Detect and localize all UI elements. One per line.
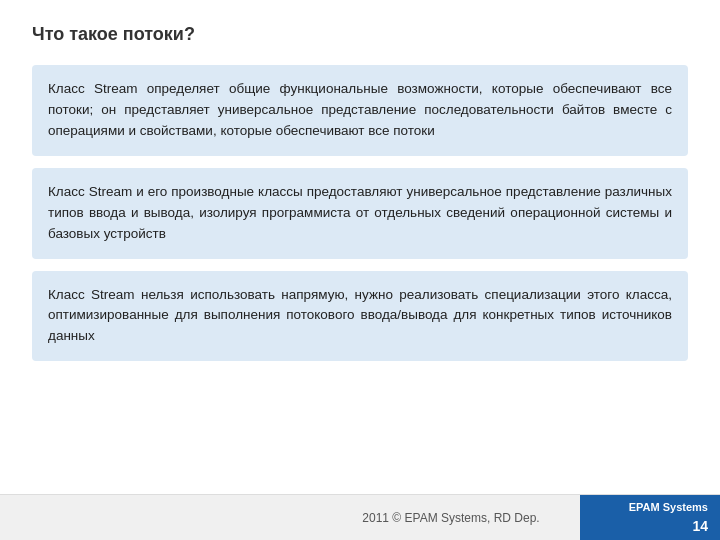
footer-brand-section: EPAM Systems 14 [580,495,720,540]
slide-footer: 2011 © EPAM Systems, RD Dep. EPAM System… [0,494,720,540]
slide: Что такое потоки? Класс Stream определяе… [0,0,720,540]
footer-copyright: 2011 © EPAM Systems, RD Dep. [362,511,539,525]
block-1-text: Класс Stream определяет общие функционал… [48,81,672,138]
info-block-1: Класс Stream определяет общие функционал… [32,65,688,156]
footer-center: 2011 © EPAM Systems, RD Dep. [322,495,580,540]
footer-page-number: 14 [580,516,720,540]
info-block-3: Класс Stream нельзя использовать напряму… [32,271,688,362]
footer-left [0,495,322,540]
block-3-text: Класс Stream нельзя использовать напряму… [48,287,672,344]
info-block-2: Класс Stream и его производные классы пр… [32,168,688,259]
slide-content: Что такое потоки? Класс Stream определяе… [0,0,720,494]
footer-brand: EPAM Systems [580,495,720,515]
slide-title: Что такое потоки? [32,24,688,45]
block-2-text: Класс Stream и его производные классы пр… [48,184,672,241]
